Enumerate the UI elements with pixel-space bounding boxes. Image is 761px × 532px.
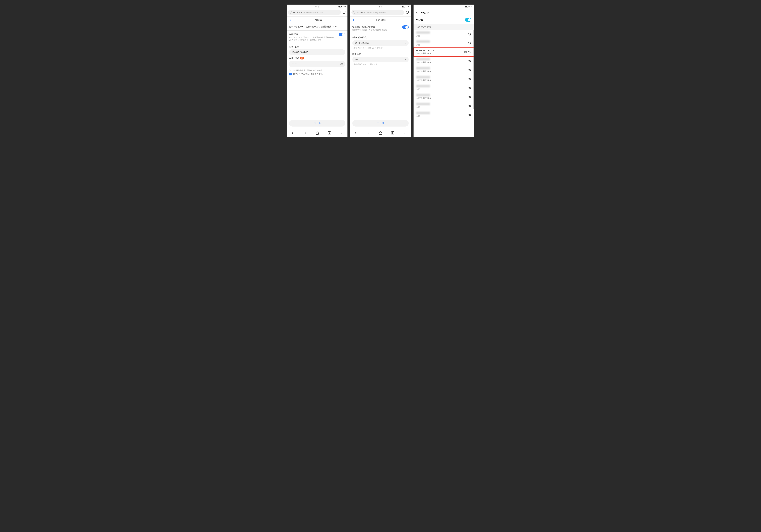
nav-forward-button[interactable] <box>366 131 371 135</box>
svg-rect-10 <box>470 115 471 116</box>
battery-icon <box>338 6 341 7</box>
nav-tabs-button[interactable]: 1 <box>390 131 395 135</box>
wlan-ssid-redacted <box>416 58 430 60</box>
reload-button[interactable] <box>342 10 346 15</box>
wlan-network-item[interactable]: 加密 <box>414 39 474 48</box>
dualband-desc: 2.4G 和 5G Wi-Fi 双频合一，路由器自动为您选择更快的 Wi-Fi … <box>289 36 337 41</box>
next-button[interactable]: 下一步 <box>352 120 409 127</box>
wlan-security-label: 加密(可使用 WPS) <box>416 70 468 73</box>
password-tip: 为了您的网络的安全，请注意保管好密码 <box>289 69 345 72</box>
browser-bottom-nav: 1 ⋮ <box>350 129 411 137</box>
power-mode-label: Wi-Fi 功率模式 <box>352 36 409 39</box>
toggle-visibility-icon[interactable] <box>339 62 343 66</box>
wifi-signal-icon <box>468 86 471 89</box>
dualband-title: 双频优选 <box>289 33 337 35</box>
back-button[interactable] <box>289 19 293 22</box>
wifi-password-label: Wi-Fi 密码 弱 <box>289 57 345 60</box>
wlan-network-item[interactable]: 加密(可使用 WPS) <box>414 56 474 65</box>
wlan-network-item[interactable]: 加密(可使用 WPS) <box>414 75 474 83</box>
admin-password-checkbox-row[interactable]: ✓ 将 Wi-Fi 密码作为路由器管理密码 <box>289 73 345 76</box>
back-button[interactable] <box>416 11 419 15</box>
wlan-security-label: 加密 <box>416 115 468 118</box>
status-time: 1:36 <box>342 6 346 8</box>
wifi-icon <box>378 6 380 8</box>
nav-back-button[interactable] <box>354 131 358 135</box>
address-bar-row: i 192.168.3.1/small/html/guide.html <box>287 9 347 17</box>
reload-button[interactable] <box>405 10 410 15</box>
checkbox-label: 将 Wi-Fi 密码作为路由器管理密码 <box>293 73 322 76</box>
url-host: 192.168.3.1 <box>293 11 304 14</box>
wifi-icon-secondary <box>380 6 383 8</box>
nav-home-button[interactable] <box>315 131 319 135</box>
wlan-header: WLAN ⋮ <box>414 9 474 16</box>
wifi-password-input[interactable]: •••••••• <box>289 61 345 67</box>
battery-icon <box>465 6 468 7</box>
page-title: 上网向导 <box>356 18 405 22</box>
wlan-ssid-redacted <box>416 85 430 87</box>
chevron-down-icon: ▼ <box>404 58 406 61</box>
wlan-ssid-redacted <box>416 40 430 43</box>
wlan-title: WLAN <box>421 11 467 15</box>
power-mode-select[interactable]: Wi-Fi 穿墙模式 ▼ <box>352 40 409 46</box>
url-bar[interactable]: i 192.168.3.1/small/html/guide.html <box>288 10 341 15</box>
wlan-network-item[interactable]: HONOR-1044ME 加密(可使用 WPS) ↻ <box>414 48 474 56</box>
wlan-menu-button[interactable]: ⋮ <box>469 11 472 15</box>
nav-home-button[interactable] <box>379 131 382 135</box>
wifi-signal-icon <box>468 113 471 116</box>
wifi-signal-icon <box>468 69 471 71</box>
page-menu-button[interactable]: ⋮ <box>342 18 345 22</box>
divider <box>350 33 411 34</box>
wlan-ssid: HONOR-1044ME <box>416 49 434 52</box>
hilink-icon: ↻ <box>464 51 467 53</box>
dualband-switch[interactable] <box>339 33 345 36</box>
next-button[interactable]: 下一步 <box>289 120 345 127</box>
wlan-toggle-row: WLAN <box>414 16 474 24</box>
site-info-icon[interactable]: i <box>353 11 355 14</box>
browser-bottom-nav: 1 ⋮ <box>287 129 347 137</box>
wlan-network-item[interactable]: 加密 <box>414 30 474 39</box>
back-button[interactable] <box>352 19 356 22</box>
restore-switch[interactable] <box>402 26 409 29</box>
wlan-security-label: 加密 <box>416 34 468 37</box>
password-strength-badge: 弱 <box>300 57 304 60</box>
nav-back-button[interactable] <box>291 131 295 135</box>
status-bar: 1:37 <box>414 5 474 9</box>
svg-rect-5 <box>470 70 471 71</box>
restore-title: 恢复出厂保留关键配置 <box>352 26 401 28</box>
wlan-security-label: 加密(可使用 WPS) <box>416 97 468 100</box>
hint-text: 提示：修改 Wi-Fi 名称或密码后，请重新连接 Wi-Fi <box>289 23 345 30</box>
dualband-toggle-row: 双频优选 2.4G 和 5G Wi-Fi 双频合一，路由器自动为您选择更快的 W… <box>289 30 345 44</box>
wlan-network-item[interactable]: 加密 <box>414 83 474 92</box>
wifi-name-input[interactable]: HONOR-1044ME <box>289 49 345 55</box>
wlan-network-item[interactable]: 加密(可使用 WPS) <box>414 92 474 101</box>
svg-rect-6 <box>470 79 471 80</box>
nav-menu-button[interactable]: ⋮ <box>339 131 343 135</box>
net-mode-help: 网络环境已成熟，上网更稳定。 <box>352 63 409 67</box>
wlan-ssid-redacted <box>416 94 430 96</box>
wifi-signal-icon <box>468 60 471 62</box>
wlan-network-item[interactable]: 加密 <box>414 101 474 110</box>
wlan-switch[interactable] <box>465 18 471 22</box>
net-mode-select[interactable]: IPv4 ▼ <box>352 57 409 62</box>
wlan-network-item[interactable]: 加密(可使用 WPS) <box>414 65 474 75</box>
status-bar: 1:36 <box>287 5 347 9</box>
nav-tabs-button[interactable]: 1 <box>327 131 331 135</box>
svg-rect-7 <box>470 88 471 89</box>
restore-desc: 重新配置路由器时，自动帮您填写网络配置 <box>352 29 401 31</box>
site-info-icon[interactable]: i <box>290 11 292 14</box>
url-host: 192.168.3.1 <box>356 11 367 14</box>
status-time: 1:37 <box>469 6 473 8</box>
nav-menu-button[interactable]: ⋮ <box>403 131 407 135</box>
phone-screen-1: 1:36 i 192.168.3.1/small/html/guide.html… <box>287 5 347 137</box>
wlan-network-list[interactable]: 加密 加密 HONOR-1044ME 加密(可使用 WPS) ↻ 加密(可使用 <box>414 30 474 137</box>
page-menu-button[interactable]: ⋮ <box>405 18 409 22</box>
wlan-security-label: 加密 <box>416 43 468 46</box>
url-bar[interactable]: i 192.168.3.1/small/html/guide.html <box>351 10 404 15</box>
wifi-signal-icon <box>468 42 471 45</box>
status-time: 1:36 <box>406 6 409 8</box>
wifi-signal-icon <box>468 78 471 80</box>
net-mode-label: 网络模式 <box>352 53 409 56</box>
wlan-ssid-redacted <box>416 76 430 78</box>
wlan-network-item[interactable]: 加密 <box>414 110 474 119</box>
nav-forward-button[interactable] <box>303 131 307 135</box>
